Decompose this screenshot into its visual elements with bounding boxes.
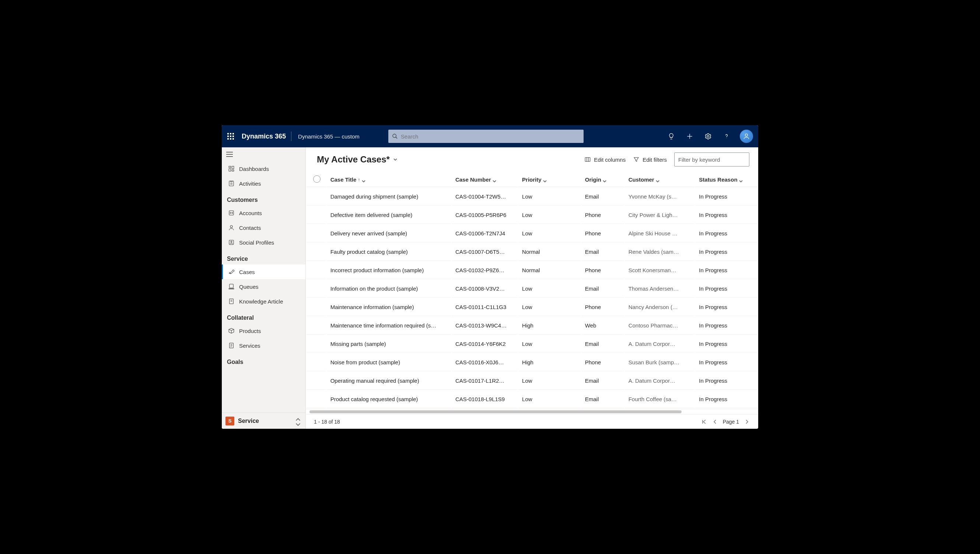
cell-customer[interactable]: Fourth Coffee (sa… xyxy=(625,390,695,408)
table-row[interactable]: Noise from product (sample)CAS-01016-X0J… xyxy=(306,353,757,371)
add-icon[interactable] xyxy=(685,131,695,142)
cell-title[interactable]: Product catalog requested (sample) xyxy=(327,390,451,408)
cell-customer[interactable]: Contoso Pharmac… xyxy=(625,317,695,334)
cell-customer[interactable]: Yvonne McKay (s… xyxy=(625,188,695,205)
chevron-down-icon xyxy=(603,178,606,181)
keyword-filter-input[interactable] xyxy=(674,153,749,167)
table-row[interactable]: Defective item delivered (sample)CAS-010… xyxy=(306,206,757,224)
cell-status: In Progress xyxy=(695,390,757,408)
sidebar-collapse-button[interactable] xyxy=(222,147,306,161)
lightbulb-icon[interactable] xyxy=(666,131,676,142)
cell-status: In Progress xyxy=(695,372,757,390)
table-row[interactable]: Faulty product catalog (sample)CAS-01007… xyxy=(306,243,757,261)
cell-title[interactable]: Delivery never arrived (sample) xyxy=(327,225,451,242)
sidebar-item-activities[interactable]: Activities xyxy=(222,176,306,191)
grid-footer: 1 - 18 of 18 Page 1 xyxy=(306,414,758,429)
cell-origin: Web xyxy=(582,317,624,334)
app-switcher[interactable]: S Service xyxy=(222,412,306,429)
brand-name[interactable]: Dynamics 365 xyxy=(239,133,291,140)
sidebar-item-accounts[interactable]: Accounts xyxy=(222,205,306,220)
cell-title[interactable]: Maintenance information (sample) xyxy=(327,298,451,316)
select-all-checkbox[interactable] xyxy=(313,175,320,183)
view-bar: My Active Cases* Edit columns Edit filte… xyxy=(306,147,758,172)
gear-icon[interactable] xyxy=(703,131,713,142)
cell-customer[interactable]: Susan Burk (samp… xyxy=(625,353,695,371)
cell-customer[interactable]: Nancy Anderson (… xyxy=(625,298,695,316)
global-search[interactable] xyxy=(388,130,583,143)
cell-customer[interactable]: Scott Konersman… xyxy=(625,261,695,279)
app-launcher-icon[interactable] xyxy=(222,133,239,140)
cell-title[interactable]: Faulty product catalog (sample) xyxy=(327,243,451,261)
table-row[interactable]: Maintenance time information required (s… xyxy=(306,317,757,334)
svg-line-10 xyxy=(396,137,397,138)
columns-icon xyxy=(584,156,591,163)
table-row[interactable]: Maintenance information (sample)CAS-0101… xyxy=(306,298,757,316)
cell-status: In Progress xyxy=(695,206,757,224)
sidebar-item-contacts[interactable]: Contacts xyxy=(222,220,306,235)
global-search-input[interactable] xyxy=(401,133,580,140)
first-page-button[interactable] xyxy=(701,419,708,425)
cell-customer[interactable]: Rene Valdes (sam… xyxy=(625,243,695,261)
cell-origin: Email xyxy=(582,243,624,261)
next-page-button[interactable] xyxy=(744,419,750,425)
edit-filters-label: Edit filters xyxy=(642,156,667,163)
sidebar-item-services[interactable]: Services xyxy=(222,338,306,353)
column-header-title[interactable]: Case Title↑ xyxy=(327,172,451,187)
table-row[interactable]: Damaged during shipment (sample)CAS-0100… xyxy=(306,188,757,205)
help-icon[interactable] xyxy=(721,131,732,142)
contacts-icon xyxy=(228,224,235,231)
cell-title[interactable]: Information on the product (sample) xyxy=(327,280,451,298)
cell-customer[interactable]: Alpine Ski House … xyxy=(625,225,695,242)
view-selector[interactable]: My Active Cases* xyxy=(317,154,398,165)
cell-title[interactable]: Defective item delivered (sample) xyxy=(327,206,451,224)
knowledge-icon xyxy=(228,298,235,305)
cell-customer[interactable]: City Power & Ligh… xyxy=(625,206,695,224)
user-avatar[interactable] xyxy=(740,130,753,143)
column-header-customer[interactable]: Customer xyxy=(625,172,695,187)
sidebar-item-social-profiles[interactable]: Social Profiles xyxy=(222,235,306,250)
search-icon xyxy=(392,133,398,139)
horizontal-scrollbar[interactable] xyxy=(306,409,758,414)
cell-customer[interactable]: Thomas Andersen… xyxy=(625,280,695,298)
cell-number: CAS-01006-T2N7J4 xyxy=(452,225,518,242)
table-row[interactable]: Information on the product (sample)CAS-0… xyxy=(306,280,757,298)
sidebar-item-products[interactable]: Products xyxy=(222,323,306,338)
table-row[interactable]: Missing parts (sample)CAS-01014-Y6F6K2Lo… xyxy=(306,335,757,353)
cell-title[interactable]: Missing parts (sample) xyxy=(327,335,451,353)
grid-scroll-area[interactable]: Case Title↑Case NumberPriorityOriginCust… xyxy=(306,172,758,409)
svg-rect-21 xyxy=(229,169,231,171)
cell-customer[interactable]: A. Datum Corpor… xyxy=(625,335,695,353)
cell-origin: Phone xyxy=(582,261,624,279)
cell-status: In Progress xyxy=(695,353,757,371)
cell-origin: Email xyxy=(582,335,624,353)
sidebar-item-queues[interactable]: Queues xyxy=(222,279,306,294)
sidebar-item-cases[interactable]: Cases xyxy=(222,264,306,279)
column-header-status[interactable]: Status Reason xyxy=(695,172,757,187)
prev-page-button[interactable] xyxy=(712,419,719,425)
column-header-origin[interactable]: Origin xyxy=(582,172,624,187)
app-name[interactable]: Dynamics 365 — custom xyxy=(292,133,366,140)
edit-columns-button[interactable]: Edit columns xyxy=(584,156,626,163)
sort-asc-icon: ↑ xyxy=(358,177,360,182)
table-row[interactable]: Product catalog requested (sample)CAS-01… xyxy=(306,390,757,408)
cell-title[interactable]: Operating manual required (sample) xyxy=(327,372,451,390)
cell-customer[interactable]: A. Datum Corpor… xyxy=(625,372,695,390)
table-row[interactable]: Operating manual required (sample)CAS-01… xyxy=(306,372,757,390)
table-row[interactable]: Delivery never arrived (sample)CAS-01006… xyxy=(306,225,757,242)
cell-title[interactable]: Incorrect product information (sample) xyxy=(327,261,451,279)
sidebar-item-dashboards[interactable]: Dashboards xyxy=(222,161,306,176)
activities-icon xyxy=(228,180,235,187)
top-nav: Dynamics 365 Dynamics 365 — custom xyxy=(222,125,758,147)
column-header-number[interactable]: Case Number xyxy=(452,172,518,187)
cell-status: In Progress xyxy=(695,335,757,353)
cell-title[interactable]: Noise from product (sample) xyxy=(327,353,451,371)
column-header-priority[interactable]: Priority xyxy=(518,172,581,187)
sidebar-item-knowledge-article[interactable]: Knowledge Article xyxy=(222,294,306,309)
edit-columns-label: Edit columns xyxy=(594,156,626,163)
cell-title[interactable]: Maintenance time information required (s… xyxy=(327,317,451,334)
edit-filters-button[interactable]: Edit filters xyxy=(633,156,667,163)
svg-rect-34 xyxy=(229,288,234,289)
chevron-down-icon xyxy=(492,178,496,181)
cell-title[interactable]: Damaged during shipment (sample) xyxy=(327,188,451,205)
table-row[interactable]: Incorrect product information (sample)CA… xyxy=(306,261,757,279)
